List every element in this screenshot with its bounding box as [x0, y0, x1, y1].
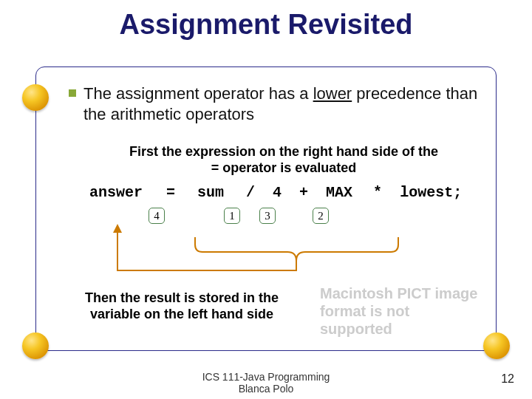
code-token-four: 4	[273, 184, 290, 201]
step-box-4: 4	[149, 208, 165, 224]
pict-unsupported-message: Macintosh PICT image format is not suppo…	[320, 284, 482, 338]
bullet-text-pre: The assignment operator has a	[83, 84, 313, 103]
svg-marker-0	[113, 224, 122, 233]
step-box-3: 3	[259, 208, 276, 224]
code-token-max: MAX	[326, 184, 364, 201]
footer-line2: Blanca Polo	[239, 383, 294, 395]
code-token-lowest: lowest;	[400, 184, 462, 201]
code-token-slash: /	[246, 184, 264, 201]
code-token-plus: +	[299, 184, 317, 201]
footer-course-info: ICS 111-Java Programming Blanca Polo	[0, 372, 532, 395]
decorative-bullet-dot	[22, 84, 49, 111]
code-expression: answer = sum / 4 + MAX * lowest;	[89, 184, 462, 201]
bullet-item: The assignment operator has a lower prec…	[69, 83, 482, 124]
bullet-text: The assignment operator has a lower prec…	[83, 83, 482, 124]
code-token-equals: =	[166, 184, 188, 201]
page-number: 12	[501, 372, 514, 386]
code-token-star: *	[373, 184, 391, 201]
step-box-1: 1	[224, 208, 240, 224]
caption-top: First the expression on the right hand s…	[125, 144, 443, 176]
content-panel: The assignment operator has a lower prec…	[35, 66, 497, 351]
code-token-sum: sum	[197, 184, 237, 201]
slide-title: Assignment Revisited	[0, 0, 532, 41]
step-box-2: 2	[313, 208, 329, 224]
decorative-bullet-dot	[22, 332, 49, 359]
decorative-bullet-dot	[483, 332, 510, 359]
code-token-answer: answer	[89, 184, 157, 201]
bullet-marker	[69, 89, 76, 97]
bullet-text-underlined: lower	[313, 84, 352, 103]
footer-line1: ICS 111-Java Programming	[202, 371, 330, 383]
caption-bottom: Then the result is stored in the variabl…	[67, 290, 296, 322]
